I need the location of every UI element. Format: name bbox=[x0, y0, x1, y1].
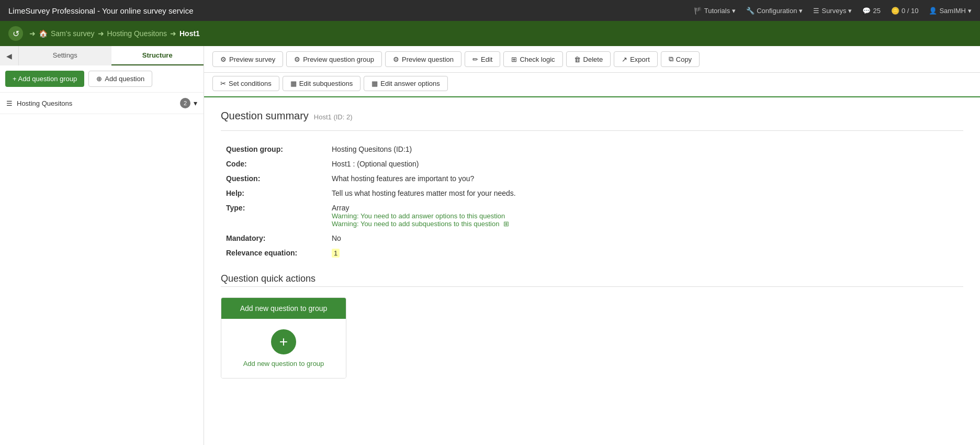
group-actions: 2 ▾ bbox=[180, 98, 197, 108]
answer-options-icon: ▦ bbox=[371, 80, 378, 87]
edit-subquestions-button[interactable]: ▦ Edit subquestions bbox=[283, 76, 361, 91]
table-row: Help: Tell us what hosting features matt… bbox=[222, 186, 962, 200]
toolbar-row1: ⚙ Preview survey ⚙ Preview question grou… bbox=[204, 46, 980, 73]
summary-divider bbox=[221, 130, 963, 131]
surveys-chevron-icon: ▾ bbox=[848, 7, 852, 15]
brand-title: LimeSurvey Professional - Your online su… bbox=[8, 6, 194, 15]
code-value: Host1 : (Optional question) bbox=[328, 157, 962, 171]
quick-actions-divider bbox=[221, 286, 963, 287]
type-label: Type: bbox=[222, 201, 326, 230]
relevance-value: 1 bbox=[332, 249, 340, 258]
app-logo: ↺ bbox=[8, 26, 23, 41]
preview-question-button[interactable]: ⚙ Preview question bbox=[385, 51, 461, 67]
add-question-label[interactable]: Add new question to group bbox=[243, 360, 324, 368]
gear2-icon: ⚙ bbox=[294, 55, 300, 63]
toolbar-row2: ✂ Set conditions ▦ Edit subquestions ▦ E… bbox=[204, 73, 980, 97]
question-group-label: Question group: bbox=[222, 142, 326, 156]
mandatory-label: Mandatory: bbox=[222, 231, 326, 245]
config-icon: 🔧 bbox=[746, 7, 754, 15]
warning2-text: Warning: You need to add subquestions to… bbox=[332, 220, 958, 228]
comments-count[interactable]: 💬 25 bbox=[862, 7, 880, 15]
code-label: Code: bbox=[222, 157, 326, 171]
plus-icon: ⊕ bbox=[96, 75, 102, 83]
breadcrumb-arrow2-icon: ➜ bbox=[98, 29, 104, 38]
set-conditions-button[interactable]: ✂ Set conditions bbox=[212, 76, 279, 91]
edit-button[interactable]: ✏ Edit bbox=[465, 51, 500, 67]
table-row: Relevance equation: 1 bbox=[222, 246, 962, 260]
add-question-button[interactable]: ⊕ Add question bbox=[88, 71, 152, 87]
tutorials-chevron-icon: ▾ bbox=[732, 7, 736, 15]
sidebar-actions: + Add question group ⊕ Add question bbox=[0, 65, 204, 93]
conditions-icon: ✂ bbox=[220, 80, 226, 87]
breadcrumb-arrow3-icon: ➜ bbox=[170, 29, 176, 38]
sidebar-group-item: ☰ Hosting Quesitons 2 ▾ bbox=[0, 93, 204, 114]
summary-id: Host1 (ID: 2) bbox=[314, 113, 353, 121]
surveys-menu[interactable]: ☰ Surveys ▾ bbox=[813, 7, 852, 15]
edit-icon: ✏ bbox=[472, 55, 478, 63]
tutorials-icon: 🏴 bbox=[694, 7, 702, 15]
quick-actions-title: Question quick actions bbox=[221, 273, 963, 284]
mandatory-value: No bbox=[328, 231, 962, 245]
main-content: ⚙ Preview survey ⚙ Preview question grou… bbox=[204, 46, 980, 445]
sidebar-tabs: ◀ Settings Structure bbox=[0, 46, 204, 65]
relevance-label: Relevance equation: bbox=[222, 246, 326, 260]
add-question-card[interactable]: Add new question to group + Add new ques… bbox=[221, 297, 346, 379]
table-row: Question group: Hosting Quesitons (ID:1) bbox=[222, 142, 962, 156]
preview-survey-button[interactable]: ⚙ Preview survey bbox=[212, 51, 283, 67]
warning1-text: Warning: You need to add answer options … bbox=[332, 212, 958, 220]
breadcrumb-current: Host1 bbox=[179, 29, 200, 38]
export-button[interactable]: ↗ Export bbox=[614, 51, 658, 67]
credits-display[interactable]: 🪙 0 / 10 bbox=[891, 7, 919, 15]
user-menu[interactable]: 👤 SamIMH ▾ bbox=[929, 7, 972, 15]
group-chevron-icon[interactable]: ▾ bbox=[194, 99, 197, 107]
breadcrumb-group[interactable]: Hosting Quesitons bbox=[107, 29, 167, 38]
tutorials-menu[interactable]: 🏴 Tutorials ▾ bbox=[694, 7, 736, 15]
add-question-card-body[interactable]: + Add new question to group bbox=[221, 319, 346, 378]
sidebar: ◀ Settings Structure + Add question grou… bbox=[0, 46, 204, 445]
configuration-menu[interactable]: 🔧 Configuration ▾ bbox=[746, 7, 803, 15]
table-row: Question: What hosting features are impo… bbox=[222, 172, 962, 185]
help-label: Help: bbox=[222, 186, 326, 200]
comments-icon: 💬 bbox=[862, 7, 871, 15]
trash-icon: 🗑 bbox=[574, 55, 581, 63]
hamburger-icon: ☰ bbox=[6, 99, 13, 107]
sidebar-collapse-btn[interactable]: ◀ bbox=[0, 46, 19, 65]
gear3-icon: ⚙ bbox=[393, 55, 399, 63]
group-name-link[interactable]: ☰ Hosting Quesitons bbox=[6, 99, 72, 107]
main-layout: ◀ Settings Structure + Add question grou… bbox=[0, 46, 980, 445]
summary-table: Question group: Hosting Quesitons (ID:1)… bbox=[221, 141, 963, 261]
table-row: Code: Host1 : (Optional question) bbox=[222, 157, 962, 171]
gear-icon: ⚙ bbox=[220, 55, 227, 63]
type-value: Array bbox=[332, 204, 958, 212]
check-logic-icon: ⊞ bbox=[511, 55, 517, 63]
user-chevron-icon: ▾ bbox=[968, 7, 972, 15]
preview-question-group-button[interactable]: ⚙ Preview question group bbox=[286, 51, 382, 67]
question-label: Question: bbox=[222, 172, 326, 185]
subquestions-icon: ▦ bbox=[290, 80, 297, 87]
question-summary-section: Question summary Host1 (ID: 2) Question … bbox=[204, 97, 980, 273]
question-group-value: Hosting Quesitons (ID:1) bbox=[328, 142, 962, 156]
question-value: What hosting features are important to y… bbox=[328, 172, 962, 185]
export-icon: ↗ bbox=[622, 55, 627, 63]
config-chevron-icon: ▾ bbox=[799, 7, 803, 15]
add-question-group-button[interactable]: + Add question group bbox=[5, 71, 84, 87]
surveys-icon: ☰ bbox=[813, 7, 819, 15]
group-count-badge: 2 bbox=[180, 98, 190, 108]
copy-button[interactable]: ⧉ Copy bbox=[661, 51, 700, 67]
add-question-card-header[interactable]: Add new question to group bbox=[221, 298, 346, 319]
check-logic-button[interactable]: ⊞ Check logic bbox=[503, 51, 562, 67]
top-navigation: LimeSurvey Professional - Your online su… bbox=[0, 0, 980, 21]
breadcrumb-bar: ↺ ➜ 🏠 Sam's survey ➜ Hosting Quesitons ➜… bbox=[0, 21, 980, 46]
add-question-circle-icon[interactable]: + bbox=[271, 329, 296, 354]
edit-answer-options-button[interactable]: ▦ Edit answer options bbox=[364, 76, 447, 91]
tab-structure[interactable]: Structure bbox=[111, 46, 204, 65]
breadcrumb-home[interactable]: Sam's survey bbox=[51, 29, 95, 38]
credits-icon: 🪙 bbox=[891, 7, 899, 15]
delete-button[interactable]: 🗑 Delete bbox=[566, 51, 611, 67]
tab-settings[interactable]: Settings bbox=[19, 46, 111, 65]
table-row: Mandatory: No bbox=[222, 231, 962, 245]
top-nav-right: 🏴 Tutorials ▾ 🔧 Configuration ▾ ☰ Survey… bbox=[694, 7, 972, 15]
breadcrumb-arrow1-icon: ➜ bbox=[29, 29, 36, 38]
copy-icon: ⧉ bbox=[669, 55, 673, 63]
table-row: Type: Array Warning: You need to add ans… bbox=[222, 201, 962, 230]
